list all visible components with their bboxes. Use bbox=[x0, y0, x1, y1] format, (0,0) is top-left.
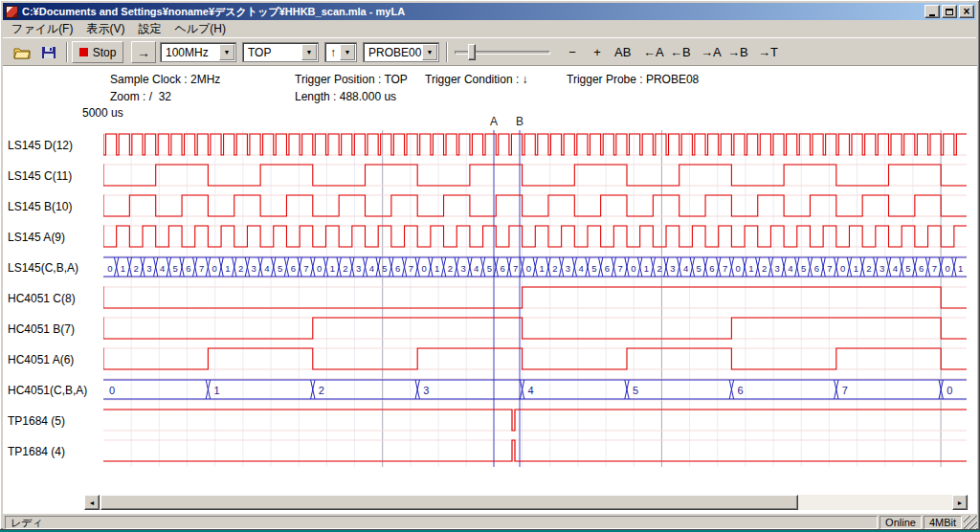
svg-text:6: 6 bbox=[737, 385, 743, 396]
status-memory-badge: 4MBit bbox=[924, 516, 962, 529]
svg-text:2: 2 bbox=[866, 263, 871, 274]
trigger-position-select[interactable]: TOP ▼ bbox=[242, 42, 319, 62]
menubar: ファイル(F) 表示(V) 設定 ヘルプ(H) bbox=[3, 20, 976, 37]
svg-text:3: 3 bbox=[566, 263, 570, 274]
svg-text:7: 7 bbox=[409, 263, 413, 274]
svg-text:2: 2 bbox=[448, 263, 453, 274]
app-window: C:¥Documents and Settings¥noname¥デスクトップ¥… bbox=[0, 0, 980, 530]
stop-icon bbox=[79, 48, 88, 56]
chevron-down-icon[interactable]: ▼ bbox=[340, 44, 355, 60]
channel-label-2: LS145 B(10) bbox=[8, 200, 72, 213]
goto-b-right-button[interactable]: →B bbox=[724, 42, 751, 62]
zoom-out-button[interactable]: − bbox=[562, 42, 583, 62]
trigger-probe-info: Trigger Probe : PROBE08 bbox=[567, 73, 699, 86]
svg-text:3: 3 bbox=[460, 263, 465, 274]
svg-text:4: 4 bbox=[788, 263, 792, 274]
scroll-right-icon: ► bbox=[957, 499, 964, 506]
chevron-down-icon[interactable]: ▼ bbox=[422, 44, 437, 60]
svg-text:1: 1 bbox=[330, 263, 335, 274]
status-online-badge: Online bbox=[880, 516, 922, 529]
svg-text:7: 7 bbox=[842, 385, 848, 396]
trigger-edge-select[interactable]: ↑ ▼ bbox=[324, 42, 357, 62]
svg-text:2: 2 bbox=[319, 385, 324, 396]
waveform-plot[interactable]: 0123456701234567012345670123456701234567… bbox=[103, 130, 967, 467]
trigger-condition-info: Trigger Condition : ↓ bbox=[425, 73, 528, 86]
svg-text:1: 1 bbox=[958, 263, 963, 274]
scrollbar-thumb[interactable] bbox=[100, 495, 798, 510]
zoom-info: Zoom : / 32 bbox=[110, 90, 171, 103]
minimize-button[interactable] bbox=[924, 5, 940, 18]
trigger-edge-value: ↑ bbox=[330, 46, 336, 59]
channel-label-6: HC4051 B(7) bbox=[8, 322, 75, 336]
menu-view[interactable]: 表示(V) bbox=[80, 20, 132, 38]
svg-text:6: 6 bbox=[605, 263, 610, 274]
svg-text:5: 5 bbox=[278, 263, 282, 274]
svg-text:5: 5 bbox=[173, 263, 178, 274]
menu-settings[interactable]: 設定 bbox=[132, 20, 168, 38]
sample-clock-info: Sample Clock : 2MHz bbox=[110, 73, 220, 86]
chevron-down-icon[interactable]: ▼ bbox=[219, 44, 234, 60]
close-button[interactable]: × bbox=[959, 5, 974, 18]
scroll-left-button[interactable]: ◄ bbox=[84, 495, 100, 510]
svg-text:4: 4 bbox=[369, 263, 374, 274]
sample-rate-value: 100MHz bbox=[166, 46, 209, 59]
svg-text:5: 5 bbox=[487, 263, 492, 274]
svg-text:5: 5 bbox=[591, 263, 596, 274]
svg-text:4: 4 bbox=[264, 263, 269, 274]
svg-text:5: 5 bbox=[633, 385, 638, 396]
maximize-button[interactable] bbox=[942, 5, 957, 18]
zoom-in-button[interactable]: + bbox=[587, 42, 608, 62]
resize-grip[interactable] bbox=[964, 516, 977, 529]
chevron-down-icon[interactable]: ▼ bbox=[301, 44, 317, 60]
svg-text:4: 4 bbox=[474, 263, 479, 274]
ab-button[interactable]: AB bbox=[612, 42, 634, 62]
titlebar[interactable]: C:¥Documents and Settings¥noname¥デスクトップ¥… bbox=[3, 3, 976, 20]
close-icon: × bbox=[963, 7, 969, 16]
channel-label-9: TP1684 (5) bbox=[8, 414, 65, 428]
window-title: C:¥Documents and Settings¥noname¥デスクトップ¥… bbox=[22, 5, 921, 19]
folder-open-icon bbox=[13, 46, 31, 59]
channel-label-10: TP1684 (4) bbox=[8, 445, 65, 458]
time-scale-label: 5000 us bbox=[82, 106, 123, 120]
menu-help[interactable]: ヘルプ(H) bbox=[168, 20, 234, 38]
svg-text:0: 0 bbox=[109, 385, 115, 396]
marker-b-label[interactable]: B bbox=[514, 115, 525, 128]
svg-text:0: 0 bbox=[526, 263, 531, 274]
marker-a-label[interactable]: A bbox=[488, 115, 500, 128]
open-file-button[interactable] bbox=[11, 41, 33, 63]
goto-trigger-button[interactable]: →T bbox=[755, 42, 781, 62]
run-button[interactable]: → bbox=[131, 41, 156, 63]
svg-text:1: 1 bbox=[225, 263, 230, 274]
probe-select[interactable]: PROBE00 ▼ bbox=[363, 42, 439, 62]
goto-a-right-button[interactable]: →A bbox=[698, 42, 724, 62]
svg-text:3: 3 bbox=[775, 263, 780, 274]
goto-b-left-button[interactable]: ←B bbox=[667, 42, 694, 62]
svg-text:7: 7 bbox=[513, 263, 518, 274]
minimize-icon bbox=[929, 14, 935, 16]
toolbar-separator bbox=[66, 42, 68, 62]
svg-text:6: 6 bbox=[500, 263, 504, 274]
svg-text:1: 1 bbox=[748, 263, 753, 274]
stop-button[interactable]: Stop bbox=[72, 41, 123, 63]
svg-text:5: 5 bbox=[382, 263, 387, 274]
app-icon bbox=[6, 6, 18, 18]
channel-label-1: LS145 C(11) bbox=[8, 169, 72, 183]
maximize-icon bbox=[946, 9, 953, 15]
floppy-save-icon bbox=[41, 46, 56, 59]
svg-text:6: 6 bbox=[814, 263, 819, 274]
menu-file[interactable]: ファイル(F) bbox=[6, 20, 80, 38]
svg-text:5: 5 bbox=[801, 263, 806, 274]
zoom-slider-handle[interactable] bbox=[468, 44, 476, 60]
channel-label-5: HC4051 C(8) bbox=[8, 292, 76, 305]
save-button[interactable] bbox=[37, 41, 60, 63]
goto-a-left-button[interactable]: ←A bbox=[640, 42, 667, 62]
svg-text:2: 2 bbox=[343, 263, 347, 274]
scroll-right-button[interactable]: ► bbox=[952, 495, 968, 510]
svg-text:7: 7 bbox=[199, 263, 204, 274]
horizontal-scrollbar[interactable]: ◄ ► bbox=[84, 495, 969, 510]
svg-text:3: 3 bbox=[670, 263, 675, 274]
svg-text:7: 7 bbox=[303, 263, 308, 274]
sample-rate-select[interactable]: 100MHz ▼ bbox=[160, 42, 236, 62]
length-info: Length : 488.000 us bbox=[295, 90, 396, 103]
svg-text:2: 2 bbox=[134, 263, 139, 274]
